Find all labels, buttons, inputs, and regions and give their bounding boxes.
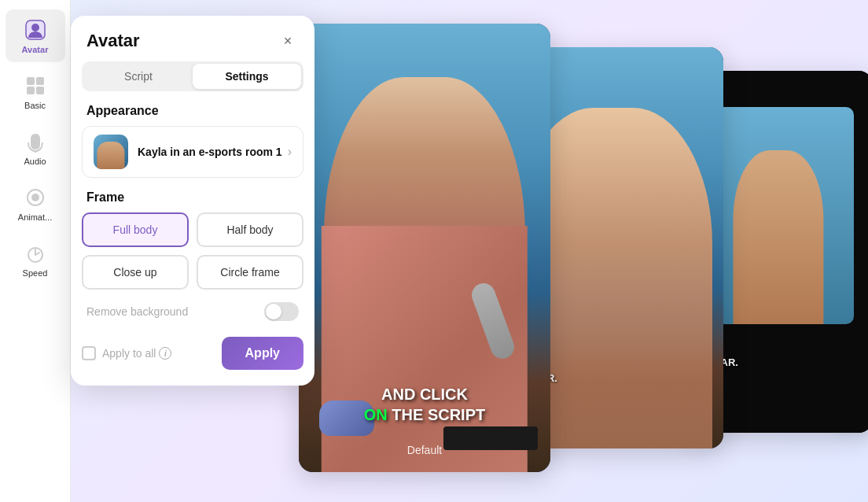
sidebar-item-avatar[interactable]: Avatar bbox=[6, 9, 65, 62]
svg-rect-5 bbox=[36, 87, 44, 94]
video-card-main: AND CLICK ON THE SCRIPT Default bbox=[299, 24, 550, 472]
apply-to-all-area: Apply to all i bbox=[82, 346, 171, 360]
sidebar-label-avatar: Avatar bbox=[22, 45, 49, 54]
bottom-actions: Apply to all i Apply bbox=[71, 337, 314, 370]
sidebar-label-basic: Basic bbox=[24, 101, 46, 110]
frame-section-title: Frame bbox=[71, 190, 314, 212]
svg-rect-3 bbox=[36, 77, 44, 85]
avatar-icon bbox=[23, 17, 48, 42]
remove-background-toggle[interactable] bbox=[264, 302, 299, 321]
subtitle-bar: AND CLICK ON THE SCRIPT bbox=[299, 384, 550, 425]
svg-rect-4 bbox=[27, 87, 35, 94]
subtitle-highlight: ON bbox=[364, 406, 388, 423]
subtitle-line2: ON THE SCRIPT bbox=[299, 404, 550, 425]
panel-header: Avatar × bbox=[71, 16, 314, 61]
sidebar-item-basic[interactable]: Basic bbox=[6, 65, 65, 118]
sidebar-item-animate[interactable]: Animat... bbox=[6, 177, 65, 230]
remove-background-label: Remove background bbox=[86, 305, 188, 318]
frame-options: Full body Half body Close up Circle fram… bbox=[82, 212, 303, 290]
sidebar-item-audio[interactable]: Audio bbox=[6, 121, 65, 174]
sidebar: Avatar Basic Audio bbox=[0, 0, 71, 502]
svg-rect-2 bbox=[27, 77, 35, 85]
remove-background-row: Remove background bbox=[71, 302, 314, 321]
appearance-selector[interactable]: Kayla in an e-sports room 1 › bbox=[82, 126, 303, 178]
apply-to-all-checkbox[interactable] bbox=[82, 346, 96, 360]
audio-icon bbox=[23, 129, 48, 154]
video-cards: , I'M AVATAR. , I'M AVATAR. bbox=[299, 24, 833, 480]
close-button[interactable]: × bbox=[277, 30, 299, 52]
toggle-knob bbox=[266, 304, 281, 319]
chevron-right-icon: › bbox=[288, 145, 292, 159]
svg-point-1 bbox=[31, 24, 39, 31]
avatar-panel: Avatar × Script Settings Appearance Kayl… bbox=[71, 16, 314, 386]
video-background: AND CLICK ON THE SCRIPT Default bbox=[299, 24, 550, 472]
info-icon: i bbox=[159, 347, 171, 360]
frame-full-body[interactable]: Full body bbox=[82, 212, 189, 247]
basic-icon bbox=[23, 73, 48, 98]
main-video: AND CLICK ON THE SCRIPT Default bbox=[299, 24, 550, 472]
panel-title: Avatar bbox=[86, 31, 140, 51]
sidebar-label-audio: Audio bbox=[24, 157, 46, 166]
tab-script[interactable]: Script bbox=[84, 64, 193, 89]
sidebar-item-speed[interactable]: Speed bbox=[6, 233, 65, 286]
frame-half-body[interactable]: Half body bbox=[197, 212, 303, 247]
apply-button[interactable]: Apply bbox=[222, 337, 303, 370]
tab-settings[interactable]: Settings bbox=[193, 64, 301, 89]
animate-icon bbox=[23, 185, 48, 210]
frame-close-up[interactable]: Close up bbox=[82, 255, 189, 290]
appearance-section-title: Appearance bbox=[71, 104, 314, 126]
sidebar-label-animate: Animat... bbox=[18, 212, 52, 222]
sidebar-label-speed: Speed bbox=[23, 268, 48, 278]
frame-circle-frame[interactable]: Circle frame bbox=[197, 255, 303, 290]
apply-to-all-label: Apply to all i bbox=[102, 347, 171, 360]
avatar-thumb-figure bbox=[97, 142, 124, 169]
tab-group: Script Settings bbox=[82, 61, 303, 91]
subtitle-default: Default bbox=[299, 444, 550, 456]
subtitle-line1: AND CLICK bbox=[299, 384, 550, 404]
avatar-thumbnail bbox=[94, 135, 128, 169]
speed-icon bbox=[23, 241, 48, 266]
svg-point-8 bbox=[31, 194, 39, 201]
avatar-name: Kayla in an e-sports room 1 bbox=[138, 146, 288, 158]
